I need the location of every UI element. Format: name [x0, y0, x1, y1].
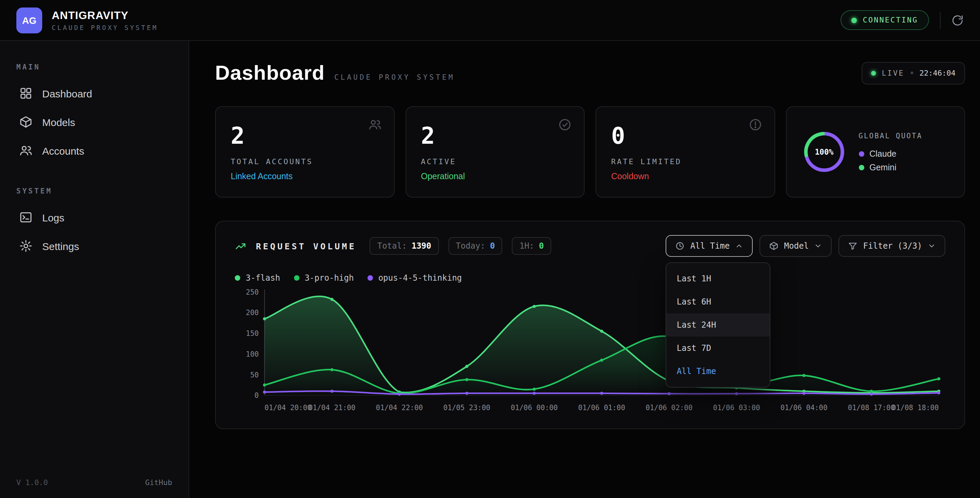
github-link[interactable]: GitHub [145, 478, 172, 487]
svg-text:01/04 22:00: 01/04 22:00 [376, 404, 423, 412]
svg-text:01/04 20:00: 01/04 20:00 [264, 404, 311, 412]
pill-value: 0 [490, 241, 495, 251]
dropdown-item-last-24h[interactable]: Last 24H [667, 313, 770, 337]
legend-item-opus: opus-4-5-thinking [368, 273, 462, 283]
sidebar-item-settings[interactable]: Settings [16, 231, 172, 260]
time-range-dropdown: Last 1H Last 6H Last 24H Last 7D All Tim… [666, 262, 771, 388]
time-range-button[interactable]: All Time [666, 235, 753, 257]
quota-legend-label: Claude [869, 149, 896, 159]
series-dot-icon [368, 275, 373, 281]
clock-icon [675, 241, 685, 251]
stat-value: 0 [611, 122, 759, 149]
sidebar-section-main: MAIN [16, 63, 172, 71]
svg-text:01/04 21:00: 01/04 21:00 [308, 404, 355, 412]
chevron-up-icon [735, 242, 743, 250]
model-filter-label: Model [784, 241, 808, 251]
app-title: ANTIGRAVITY [52, 9, 158, 21]
claude-dot-icon [859, 151, 864, 157]
global-quota-card: 100% GLOBAL QUOTA Claude Gemini [786, 106, 965, 198]
alert-circle-icon [748, 118, 762, 131]
sidebar: MAIN Dashboard Models [0, 41, 189, 498]
quota-legend-gemini: Gemini [859, 163, 923, 172]
stat-sublabel: Linked Accounts [231, 172, 379, 181]
legend-item-3-flash: 3-flash [235, 273, 280, 283]
quota-ring-chart: 100% [801, 129, 846, 174]
dropdown-item-last-1h[interactable]: Last 1H [667, 267, 770, 290]
sidebar-item-models[interactable]: Models [16, 108, 172, 136]
sidebar-item-dashboard[interactable]: Dashboard [16, 79, 172, 108]
stat-label: TOTAL ACCOUNTS [231, 157, 379, 166]
dropdown-item-all-time[interactable]: All Time [667, 360, 770, 383]
sidebar-item-logs[interactable]: Logs [16, 203, 172, 231]
page-subtitle: CLAUDE PROXY SYSTEM [334, 73, 455, 81]
pill-value: 1390 [411, 241, 431, 251]
page-title: Dashboard [215, 61, 325, 85]
time-range-value: All Time [690, 241, 730, 251]
app-window: AG ANTIGRAVITY CLAUDE PROXY SYSTEM CONNE… [0, 0, 980, 498]
sidebar-section-system: SYSTEM [16, 187, 172, 195]
clock-value: 22:46:04 [920, 69, 956, 77]
legend-label: opus-4-5-thinking [379, 273, 462, 283]
app-subtitle: CLAUDE PROXY SYSTEM [52, 24, 158, 31]
funnel-icon [848, 241, 858, 251]
sidebar-item-label: Dashboard [42, 88, 92, 99]
chevron-down-icon [928, 242, 936, 250]
hour-requests-pill: 1H: 0 [512, 237, 551, 255]
status-label: CONNECTING [863, 16, 918, 24]
divider [940, 12, 940, 28]
stat-sublabel: Cooldown [611, 172, 759, 181]
svg-text:150: 150 [246, 329, 259, 338]
sidebar-item-label: Settings [42, 240, 79, 252]
separator-dot [911, 72, 913, 74]
series-dot-icon [235, 275, 240, 281]
chart-legend: 3-flash 3-pro-high opus-4-5-thinking [235, 273, 945, 283]
pill-label: 1H: [519, 241, 534, 251]
brand: AG ANTIGRAVITY CLAUDE PROXY SYSTEM [16, 7, 158, 33]
dropdown-item-last-6h[interactable]: Last 6H [667, 290, 770, 313]
stat-value: 2 [231, 122, 379, 149]
status-dot-icon [851, 18, 857, 23]
stat-label: ACTIVE [421, 157, 569, 166]
sidebar-item-accounts[interactable]: Accounts [16, 136, 172, 165]
version-label: V 1.0.0 [16, 478, 48, 487]
connection-status-pill[interactable]: CONNECTING [840, 10, 929, 30]
stat-label: RATE LIMITED [611, 157, 759, 166]
stat-card-rate-limited: 0 RATE LIMITED Cooldown [595, 106, 775, 198]
dropdown-item-last-7d[interactable]: Last 7D [667, 337, 770, 360]
check-circle-icon [558, 118, 572, 131]
svg-text:01/08 17:00: 01/08 17:00 [848, 404, 895, 412]
users-icon [19, 144, 33, 157]
refresh-icon[interactable] [951, 14, 964, 26]
grid-icon [19, 86, 33, 100]
gemini-dot-icon [859, 165, 864, 170]
filter-button[interactable]: Filter (3/3) [839, 235, 945, 257]
legend-item-3-pro-high: 3-pro-high [294, 273, 354, 283]
trending-up-icon [235, 240, 247, 252]
legend-label: 3-flash [246, 273, 280, 283]
svg-text:100%: 100% [815, 147, 833, 156]
svg-text:01/08 18:00: 01/08 18:00 [892, 404, 939, 412]
model-filter-button[interactable]: Model [759, 235, 832, 257]
svg-text:200: 200 [246, 309, 259, 317]
users-icon [368, 118, 382, 131]
series-dot-icon [294, 275, 299, 281]
svg-text:50: 50 [250, 371, 259, 379]
sidebar-item-label: Accounts [42, 145, 84, 156]
svg-text:01/06 00:00: 01/06 00:00 [511, 404, 558, 412]
chart-title: REQUEST VOLUME [256, 241, 356, 251]
stat-sublabel: Operational [421, 172, 569, 181]
total-requests-pill: Total: 1390 [370, 237, 439, 255]
svg-text:01/06 03:00: 01/06 03:00 [713, 404, 760, 412]
stat-card-active: 2 ACTIVE Operational [405, 106, 585, 198]
live-status-pill: LIVE 22:46:04 [861, 62, 965, 84]
model-icon [769, 241, 778, 251]
app-logo: AG [16, 7, 42, 33]
request-volume-chart: 05010015020025001/04 20:0001/04 21:0001/… [235, 286, 945, 419]
quota-legend-claude: Claude [859, 149, 923, 159]
quota-legend-label: Gemini [869, 163, 896, 172]
today-requests-pill: Today: 0 [448, 237, 502, 255]
cube-icon [19, 115, 33, 129]
live-label: LIVE [882, 69, 904, 77]
chevron-down-icon [814, 242, 822, 250]
svg-text:250: 250 [246, 288, 259, 296]
